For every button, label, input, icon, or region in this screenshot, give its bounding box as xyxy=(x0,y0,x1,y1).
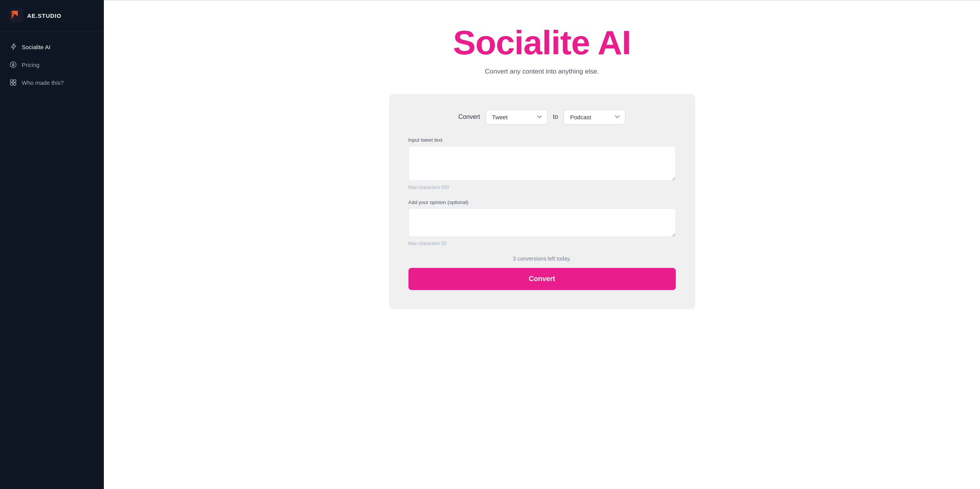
from-format-select[interactable]: Tweet Blog Post YouTube Video Podcast Ne… xyxy=(486,110,548,125)
sidebar-item-socialite-ai[interactable]: Socialite AI xyxy=(0,38,104,55)
page-subtitle: Convert any content into anything else. xyxy=(485,68,599,75)
convert-button[interactable]: Convert xyxy=(408,268,676,290)
sidebar: AE.STUDIO Socialite AI Pricing xyxy=(0,0,104,489)
form-card: Convert Tweet Blog Post YouTube Video Po… xyxy=(389,94,695,309)
svg-rect-4 xyxy=(10,80,13,82)
input-field-label: Input tweet text xyxy=(408,137,676,143)
sidebar-item-pricing[interactable]: Pricing xyxy=(0,56,104,73)
brand-name: AE.STUDIO xyxy=(27,12,61,19)
content-area: Socialite AI Convert any content into an… xyxy=(104,1,980,489)
to-label: to xyxy=(553,113,558,120)
input-hint: Max characters 500 xyxy=(408,185,676,190)
convert-label: Convert xyxy=(458,113,480,120)
convert-row: Convert Tweet Blog Post YouTube Video Po… xyxy=(408,110,676,125)
svg-rect-0 xyxy=(9,9,23,22)
sidebar-item-who-made-this[interactable]: Who made this? xyxy=(0,74,104,91)
dollar-circle-icon xyxy=(9,61,17,69)
svg-rect-5 xyxy=(14,80,16,82)
opinion-hint: Max characters 50 xyxy=(408,241,676,246)
opinion-input[interactable] xyxy=(408,208,676,237)
page-title: Socialite AI xyxy=(453,24,631,62)
sidebar-nav: Socialite AI Pricing Who m xyxy=(0,31,104,98)
conversions-left: 3 conversions left today. xyxy=(408,256,676,262)
input-field-group: Input tweet text Max characters 500 xyxy=(408,137,676,190)
to-format-select[interactable]: Podcast Blog Post Tweet YouTube Script N… xyxy=(563,110,625,125)
sidebar-header: AE.STUDIO xyxy=(0,0,104,31)
svg-rect-6 xyxy=(10,83,13,85)
main-content: Socialite AI Convert any content into an… xyxy=(104,0,980,489)
svg-rect-7 xyxy=(14,83,16,85)
ae-studio-logo xyxy=(9,9,23,22)
opinion-field-group: Add your opinion (optional) Max characte… xyxy=(408,199,676,246)
tweet-input[interactable] xyxy=(408,146,676,181)
sidebar-item-label: Socialite AI xyxy=(22,44,50,50)
grid-icon xyxy=(9,79,17,86)
sidebar-item-label: Who made this? xyxy=(22,79,64,86)
lightning-icon xyxy=(9,43,17,51)
sidebar-item-label: Pricing xyxy=(22,62,40,68)
opinion-field-label: Add your opinion (optional) xyxy=(408,199,676,205)
